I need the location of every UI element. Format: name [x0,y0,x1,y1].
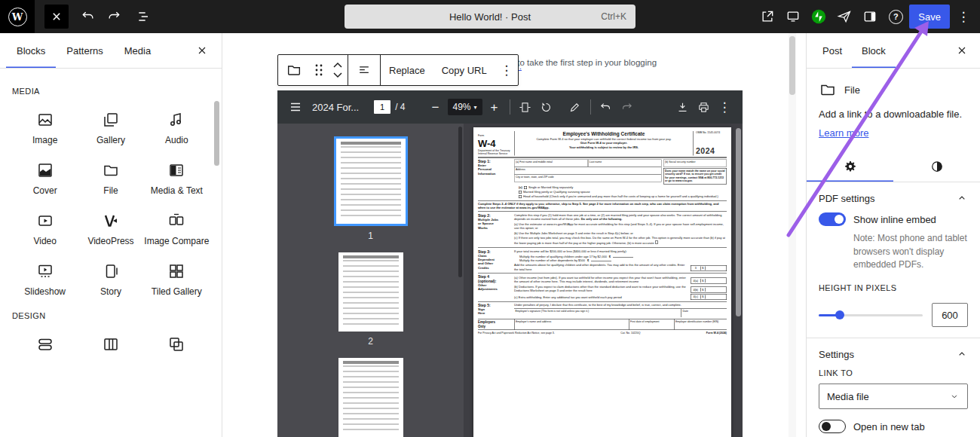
pdf-zoom-select[interactable]: 49% ▾ [448,99,482,115]
pdf-more-button[interactable]: ⋮ [714,96,735,118]
block-item-buttons[interactable] [12,329,78,355]
block-item-label: Audio [165,135,188,146]
canvas-scrollbar[interactable] [789,33,796,437]
inspector-tool-tabs [807,151,980,182]
open-new-tab-toggle[interactable] [819,420,846,433]
command-shortcut: Ctrl+K [601,11,626,22]
command-palette[interactable]: Hello World! · Post Ctrl+K [345,5,635,29]
pdf-settings-section: PDF settings Show inline embed Note: Mos… [807,182,980,338]
pdf-fit-page-button[interactable] [515,96,536,118]
pdf-sidebar-toggle-button[interactable] [285,96,306,118]
thumbnail-preview [341,146,401,219]
height-slider[interactable] [819,310,923,319]
pdf-thumbnail-page-2[interactable] [338,252,403,332]
tab-block[interactable]: Block [852,33,896,68]
toggle-label: Open in new tab [853,421,925,432]
pdf-redo-button[interactable] [617,96,638,118]
pdf-settings-header[interactable]: PDF settings [807,182,980,211]
tab-media[interactable]: Media [114,33,161,68]
pdf-rotate-button[interactable] [536,96,557,118]
inserter-scrollbar[interactable] [214,101,219,166]
copy-url-button[interactable]: Copy URL [433,55,495,85]
jetpack-button[interactable] [807,5,831,29]
minus-icon: − [432,101,439,114]
tab-styles[interactable] [893,151,980,182]
pdf-download-button[interactable] [672,96,693,118]
omb-number: OMB No. 1545-0074 [696,131,727,134]
slider-knob[interactable] [835,310,844,319]
pdf-annotate-button[interactable] [565,96,586,118]
list-view-button[interactable] [132,5,156,29]
pdf-zoom-in-button[interactable]: + [484,96,505,118]
block-options-button[interactable]: ⋮ [495,55,518,85]
replace-button[interactable]: Replace [381,55,433,85]
tab-post[interactable]: Post [813,33,852,68]
block-item-media-text[interactable]: Media & Text [144,155,210,198]
thumbnail-preview [343,260,399,327]
hamburger-menu-icon [289,100,302,114]
media-section-label: MEDIA [12,87,210,96]
undo-button[interactable] [76,5,100,29]
close-inserter-button[interactable] [190,38,214,63]
block-item-video[interactable]: Video [12,206,78,249]
help-button[interactable]: ? [884,5,908,29]
wordpress-logo-button[interactable]: W [0,0,35,33]
block-item-cover[interactable]: Cover [12,155,78,198]
rotate-icon [540,101,553,114]
block-item-gallery[interactable]: Gallery [78,105,143,148]
block-item-story[interactable]: Story [78,256,143,299]
preview-button[interactable] [781,5,805,29]
pdf-document-title: 2024 For... [312,102,359,113]
close-icon [956,44,968,57]
pdf-thumbnail-page-1[interactable] [334,136,408,226]
block-item-file[interactable]: File [78,155,143,198]
settings-header[interactable]: Settings [807,338,980,367]
block-item-group[interactable] [144,329,210,355]
image-block-icon [36,111,54,129]
toolbar-divider [510,99,510,115]
show-inline-embed-toggle[interactable] [819,212,846,226]
learn-more-link[interactable]: Learn more [819,127,868,139]
block-item-label: Slideshow [24,286,66,298]
redo-button[interactable] [102,5,126,29]
align-button[interactable] [348,55,380,85]
pdf-undo-button[interactable] [596,96,617,118]
save-button[interactable]: Save [909,5,950,29]
block-item-label: Image [32,135,57,146]
block-item-slideshow[interactable]: Slideshow [12,256,78,299]
options-menu-button[interactable]: ⋮ [951,5,975,29]
block-item-image[interactable]: Image [12,105,78,148]
height-input[interactable] [932,303,968,327]
pdf-page-input[interactable] [374,100,390,114]
block-item-columns[interactable] [78,329,143,355]
close-settings-button[interactable] [950,38,974,63]
pdf-thumbnail-page-3[interactable] [338,358,403,437]
height-label: HEIGHT IN PIXELS [819,283,968,292]
settings-sidebar-toggle-button[interactable] [858,5,882,29]
drag-handle[interactable] [310,55,328,85]
pdf-embed: 2024 For... / 4 − 49% ▾ + [277,90,743,437]
link-to-select[interactable]: Media file [819,384,968,409]
tab-blocks[interactable]: Blocks [6,33,56,68]
pdf-print-button[interactable] [693,96,714,118]
pdf-page-1: Form W-4 Department of the Treasury Inte… [473,127,731,437]
thumbnail-scrollbar[interactable] [458,127,462,277]
view-site-button[interactable] [755,5,779,29]
tab-patterns[interactable]: Patterns [56,33,113,68]
w4-step5: Step 5: Sign Here Under penalties of per… [478,301,727,319]
tab-settings-gear[interactable] [807,151,893,182]
pdf-document-scrollbar[interactable] [736,128,741,316]
block-item-label: File [103,185,118,197]
pdf-zoom-out-button[interactable]: − [425,96,446,118]
drag-dots-icon [314,63,324,77]
block-item-videopress[interactable]: VideoPress [78,206,143,249]
document-title: Hello World! · Post [345,11,635,23]
block-item-image-compare[interactable]: Image Compare [144,206,210,249]
block-inserter-toggle-button[interactable] [44,5,69,29]
file-block-type-button[interactable] [278,55,310,85]
publish-share-button[interactable] [832,5,856,29]
block-movers[interactable] [328,55,348,85]
tiled-gallery-block-icon [167,262,185,280]
block-item-audio[interactable]: Audio [144,105,210,148]
block-item-tiled-gallery[interactable]: Tiled Gallery [144,256,210,299]
